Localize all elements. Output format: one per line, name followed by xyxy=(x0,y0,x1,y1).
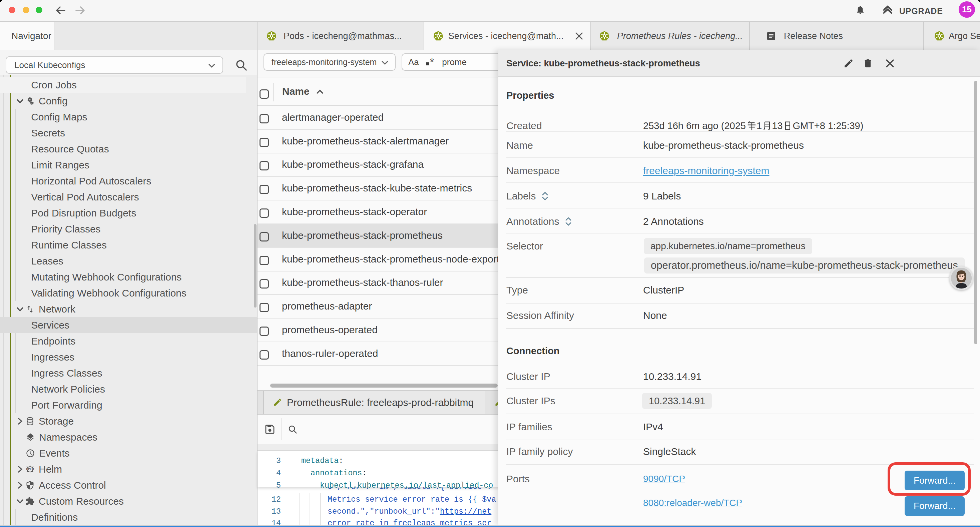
svg-text:HELM: HELM xyxy=(26,468,34,471)
